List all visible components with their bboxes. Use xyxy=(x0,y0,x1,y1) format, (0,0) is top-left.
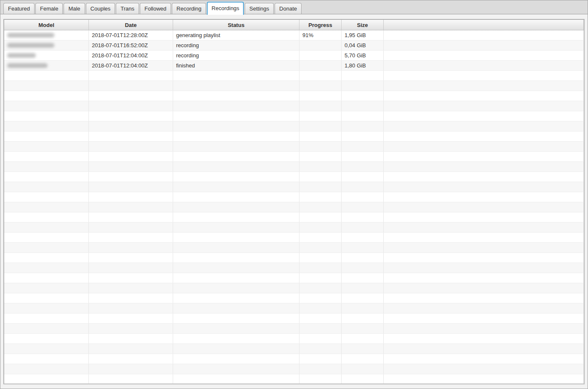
tab-settings[interactable]: Settings xyxy=(245,3,274,14)
column-header-model[interactable]: Model xyxy=(4,20,89,30)
table-row[interactable]: 2018-07-01T12:28:00Z generating playlist… xyxy=(4,30,584,40)
column-header-size[interactable]: Size xyxy=(342,20,384,30)
empty-cell xyxy=(173,364,299,374)
app-window: Featured Female Male Couples Trans Follo… xyxy=(0,0,588,389)
empty-cell xyxy=(89,334,173,343)
empty-cell xyxy=(173,202,299,212)
tab-recordings[interactable]: Recordings xyxy=(207,2,244,15)
spacer-cell xyxy=(384,30,584,40)
empty-cell xyxy=(4,344,89,354)
empty-cell xyxy=(384,182,584,192)
empty-cell xyxy=(299,172,342,182)
empty-cell xyxy=(89,314,173,323)
status-cell: generating playlist xyxy=(173,30,299,40)
empty-cell xyxy=(342,293,384,303)
empty-cell xyxy=(4,314,89,323)
empty-cell xyxy=(89,324,173,333)
tab-bar: Featured Female Male Couples Trans Follo… xyxy=(0,0,588,14)
empty-cell xyxy=(4,253,89,263)
column-header-progress[interactable]: Progress xyxy=(299,20,342,30)
empty-cell xyxy=(89,162,173,172)
tab-couples[interactable]: Couples xyxy=(86,3,115,14)
empty-cell xyxy=(299,314,342,323)
progress-cell xyxy=(299,61,342,70)
empty-cell xyxy=(299,111,342,121)
empty-cell xyxy=(4,131,89,141)
tab-male[interactable]: Male xyxy=(64,3,85,14)
empty-cell xyxy=(384,324,584,333)
table-row[interactable]: 2018-07-01T12:04:00Z recording 5,70 GiB xyxy=(4,51,584,61)
tab-female[interactable]: Female xyxy=(35,3,63,14)
table-header-row: Model Date Status Progress Size xyxy=(4,20,584,30)
empty-cell xyxy=(173,314,299,323)
table-row-empty xyxy=(4,344,584,354)
empty-cell xyxy=(384,293,584,303)
empty-cell xyxy=(89,91,173,101)
status-cell: finished xyxy=(173,61,299,70)
empty-cell xyxy=(384,111,584,121)
empty-cell xyxy=(89,344,173,354)
tab-followed[interactable]: Followed xyxy=(140,3,171,14)
table-row[interactable]: 2018-07-01T12:04:00Z finished 1,80 GiB xyxy=(4,61,584,71)
empty-cell xyxy=(299,364,342,374)
empty-cell xyxy=(384,121,584,131)
table-row-empty xyxy=(4,121,584,131)
empty-cell xyxy=(4,233,89,242)
empty-cell xyxy=(89,182,173,192)
tab-featured[interactable]: Featured xyxy=(3,3,35,14)
table-row-empty xyxy=(4,131,584,142)
empty-cell xyxy=(299,344,342,354)
empty-cell xyxy=(4,182,89,192)
empty-cell xyxy=(4,243,89,252)
empty-cell xyxy=(89,121,173,131)
empty-cell xyxy=(384,273,584,283)
empty-cell xyxy=(89,152,173,161)
table-row-empty xyxy=(4,152,584,162)
table-row-empty xyxy=(4,233,584,243)
table-row-empty xyxy=(4,324,584,334)
empty-cell xyxy=(89,293,173,303)
empty-cell xyxy=(342,162,384,172)
status-cell: recording xyxy=(173,51,299,60)
empty-cell xyxy=(299,243,342,252)
size-cell: 5,70 GiB xyxy=(342,51,384,60)
empty-cell xyxy=(89,283,173,293)
empty-cell xyxy=(342,192,384,202)
spacer-cell xyxy=(384,40,584,50)
empty-cell xyxy=(173,293,299,303)
table-row-empty xyxy=(4,283,584,293)
progress-cell xyxy=(299,51,342,60)
content-pane: Model Date Status Progress Size 2018-07-… xyxy=(0,14,588,389)
table-body: 2018-07-01T12:28:00Z generating playlist… xyxy=(4,30,584,384)
empty-cell xyxy=(4,273,89,283)
empty-cell xyxy=(89,303,173,313)
tab-donate[interactable]: Donate xyxy=(275,3,302,14)
recordings-table: Model Date Status Progress Size 2018-07-… xyxy=(3,19,585,384)
empty-cell xyxy=(342,131,384,141)
empty-cell xyxy=(173,182,299,192)
empty-cell xyxy=(89,354,173,364)
empty-cell xyxy=(342,91,384,101)
tab-trans[interactable]: Trans xyxy=(116,3,139,14)
table-row-empty xyxy=(4,111,584,121)
empty-cell xyxy=(299,354,342,364)
empty-cell xyxy=(173,91,299,101)
empty-cell xyxy=(384,172,584,182)
empty-cell xyxy=(384,334,584,343)
column-header-date[interactable]: Date xyxy=(89,20,173,30)
empty-cell xyxy=(4,263,89,273)
column-header-status[interactable]: Status xyxy=(173,20,299,30)
tab-recording[interactable]: Recording xyxy=(172,3,206,14)
model-name-redacted xyxy=(7,63,48,68)
empty-cell xyxy=(4,152,89,161)
empty-cell xyxy=(384,354,584,364)
table-row-empty xyxy=(4,202,584,212)
empty-cell xyxy=(89,243,173,252)
empty-cell xyxy=(4,172,89,182)
table-row[interactable]: 2018-07-01T16:52:00Z recording 0,04 GiB xyxy=(4,40,584,51)
empty-cell xyxy=(173,142,299,151)
empty-cell xyxy=(4,334,89,343)
empty-cell xyxy=(173,131,299,141)
table-row-empty xyxy=(4,172,584,182)
empty-cell xyxy=(4,142,89,151)
